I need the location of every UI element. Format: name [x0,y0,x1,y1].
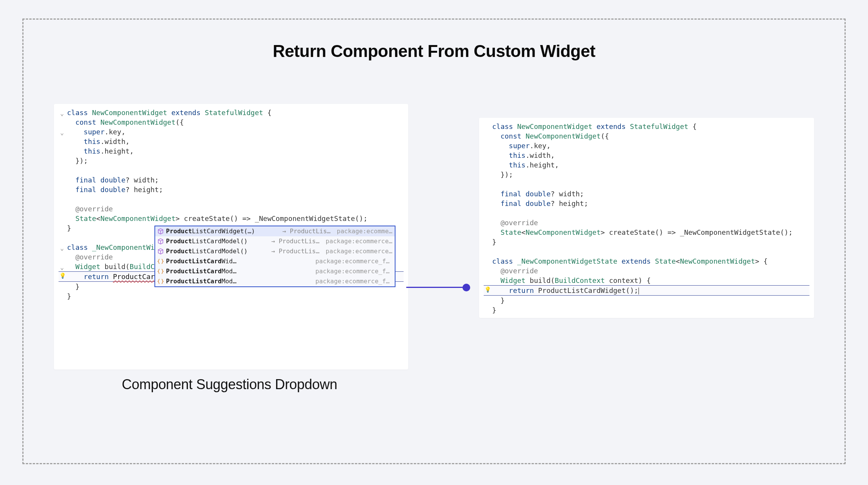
class-icon [158,228,164,234]
code-text [67,195,71,203]
suggestion-item[interactable]: ProductListCardModel()→ ProductLis…packa… [155,246,395,256]
suggestion-item[interactable]: ProductListCardModel()→ ProductLis…packa… [155,236,395,246]
code-text: }); [492,171,513,179]
code-text [492,180,496,188]
code-text: final double? width; [67,176,159,184]
code-line: @override [484,266,809,276]
fold-chevron-icon[interactable]: ⌄ [59,263,65,272]
suggestion-return-type: → ProductLis… [278,226,334,236]
code-line: ⌄class NewComponentWidget extends Statef… [59,108,404,117]
code-line: }); [484,170,809,179]
code-text: State<NewComponentWidget> createState() … [67,214,367,222]
code-line: super.key, [484,141,809,151]
panel-caption: Component Suggestions Dropdown [52,376,407,393]
fold-chevron-icon[interactable]: ⌄ [59,243,65,253]
code-text: final double? height; [67,186,163,194]
code-line [59,166,404,175]
code-line: } [484,305,809,315]
connector-dot [462,284,470,291]
code-text: final double? height; [492,199,588,207]
code-line: 💡 return ProductListCardWidget(); [484,285,809,296]
suggestions-dropdown[interactable]: ProductListCardWidget(…)→ ProductLis…pac… [154,226,395,287]
code-line: this.width, [484,151,809,160]
suggestion-package: package:ecommerce… [326,246,392,256]
code-line [484,247,809,256]
code-line: } [484,237,809,247]
code-line: } [59,291,404,301]
code-text: class NewComponentWidget extends Statefu… [492,122,697,130]
suggestion-package: package:ecommerce_flow/product/product_… [315,276,392,286]
code-line [59,194,404,204]
code-text: const NewComponentWidget({ [492,132,609,140]
code-text: State<NewComponentWidget> createState() … [492,228,793,236]
code-line: final double? width; [484,189,809,199]
code-line: ⌄ super.key, [59,127,404,137]
code-line: this.height, [59,146,404,156]
suggestion-label: ProductListCardModel() [166,246,265,256]
lightbulb-icon[interactable]: 💡 [484,287,490,292]
suggestion-package: package:ecommerce_flow/product/product_… [315,266,392,276]
class-icon [158,248,164,254]
code-text: this.height, [67,147,134,155]
file-icon [158,258,164,264]
suggestion-package: package:ecommerce_flow/product/product… [315,256,392,266]
code-line: final double? height; [484,199,809,208]
suggestion-return-type: → ProductLis… [267,236,323,246]
code-line: this.height, [484,160,809,170]
code-text: } [492,238,496,246]
code-text: @override [67,205,113,213]
code-text: @override [492,219,538,227]
suggestion-item[interactable]: ProductListCardMod…package:ecommerce_flo… [155,276,395,286]
code-text: } [67,283,80,291]
code-line: class _NewComponentWidgetState extends S… [484,256,809,266]
code-text: const NewComponentWidget({ [67,118,184,126]
code-text [492,248,496,256]
document-stage: Return Component From Custom Widget ⌄cla… [0,0,868,485]
code-line: }); [59,156,404,166]
code-text [67,166,71,174]
code-line: const NewComponentWidget({ [484,131,809,141]
suggestion-label: ProductListCardModel() [166,236,265,246]
suggestion-item[interactable]: ProductListCardMod…package:ecommerce_flo… [155,266,395,276]
code-line: Widget build(BuildContext context) { [484,276,809,285]
suggestion-label: ProductListCardMod… [166,276,313,286]
code-line [484,208,809,218]
text-cursor [638,288,639,294]
code-panel-left: ⌄class NewComponentWidget extends Statef… [54,104,408,370]
code-line: final double? height; [59,185,404,194]
code-text: @override [492,267,538,275]
code-text: } [492,306,496,314]
code-panel-right: class NewComponentWidget extends Statefu… [479,118,814,318]
code-text: return ProductListCardWidget(); [492,286,639,294]
suggestion-label: ProductListCardWidget(…) [166,226,276,236]
fold-chevron-icon[interactable]: ⌄ [59,128,65,137]
suggestion-package: package:ecomme… [337,226,393,236]
code-line: } [484,296,809,305]
lightbulb-icon[interactable]: 💡 [59,273,65,278]
suggestion-return-type: → ProductLis… [267,246,323,256]
panels-wrap: ⌄class NewComponentWidget extends Statef… [54,104,814,389]
code-line: final double? width; [59,175,404,185]
suggestion-item[interactable]: ProductListCardWidget(…)→ ProductLis…pac… [155,226,395,236]
connector-arrow [406,283,468,292]
code-line: this.width, [59,137,404,146]
code-text: this.width, [492,151,555,159]
suggestion-label: ProductListCardWid… [166,256,313,266]
code-text: super.key, [492,142,551,150]
code-line: @override [59,204,404,214]
code-text: } [492,296,505,304]
code-line: State<NewComponentWidget> createState() … [484,227,809,237]
page-title: Return Component From Custom Widget [0,42,868,61]
code-line: const NewComponentWidget({ [59,117,404,127]
suggestion-package: package:ecommerce… [326,236,392,246]
suggestion-label: ProductListCardMod… [166,266,313,276]
code-text: this.width, [67,137,130,146]
code-line: class NewComponentWidget extends Statefu… [484,122,809,131]
code-text: } [67,292,71,300]
fold-chevron-icon[interactable]: ⌄ [59,109,65,118]
suggestion-item[interactable]: ProductListCardWid…package:ecommerce_flo… [155,256,395,266]
connector-line [406,287,468,288]
code-text [492,209,496,217]
file-icon [158,268,164,274]
code-text: } [67,224,71,232]
